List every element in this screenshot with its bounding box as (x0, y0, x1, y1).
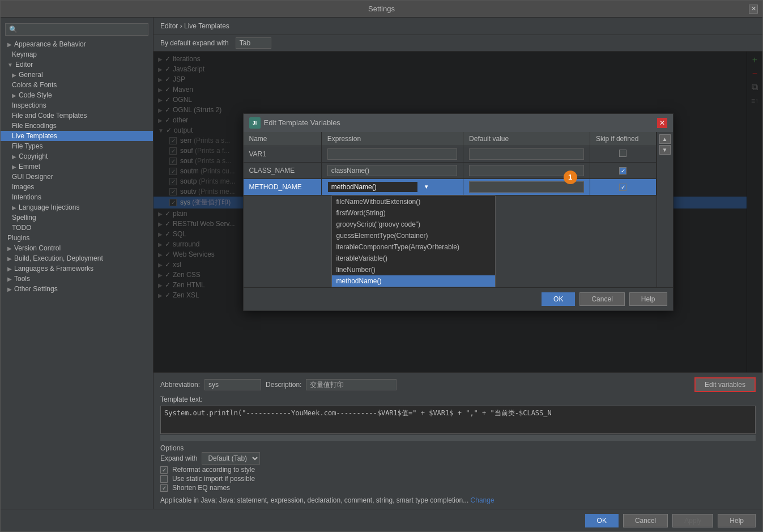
expression-dropdown-input[interactable] (327, 181, 418, 193)
dropdown-item[interactable]: methodName() (332, 275, 495, 287)
sidebar-item-plugins[interactable]: Plugins (1, 233, 153, 243)
change-link[interactable]: Change (471, 496, 495, 504)
arrow-icon: ▶ (7, 256, 12, 262)
dropdown-item[interactable]: fileNameWithoutExtension() (332, 196, 495, 207)
shorten-eq-checkbox[interactable] (160, 484, 168, 492)
var-expression[interactable] (321, 146, 463, 162)
sidebar-item-editor[interactable]: ▼ Editor (1, 59, 153, 70)
sidebar-item-label: Languages & Frameworks (14, 265, 93, 273)
apply-button[interactable]: Apply (672, 514, 713, 527)
static-import-checkbox[interactable] (160, 475, 168, 483)
modal-overlay: JI Edit Template Variables ✕ (154, 52, 762, 372)
dropdown-item[interactable]: firstWord(String) (332, 207, 495, 219)
sidebar-item-label: Tools (14, 275, 30, 283)
modal-icon: JI (249, 117, 261, 129)
sidebar-item-build[interactable]: ▶ Build, Execution, Deployment (1, 253, 153, 263)
var-name: VAR1 (244, 146, 322, 162)
expression-input[interactable] (327, 148, 457, 160)
scroll-down-button[interactable]: ▼ (659, 145, 671, 155)
modal-ok-button[interactable]: OK (542, 292, 575, 306)
ok-button[interactable]: OK (585, 514, 619, 527)
sidebar-item-label: General (19, 71, 43, 79)
sidebar-item-tools[interactable]: ▶ Tools (1, 274, 153, 284)
sidebar-item-copyright[interactable]: ▶ Copyright (1, 151, 153, 161)
skip-checkbox[interactable] (619, 167, 626, 175)
abbreviation-input[interactable] (204, 379, 261, 390)
expand-row: By default expand with Tab Enter Space (154, 35, 762, 52)
default-input[interactable] (469, 148, 584, 160)
horizontal-scrollbar[interactable] (160, 435, 756, 441)
sidebar-item-other-settings[interactable]: ▶ Other Settings (1, 284, 153, 294)
sidebar-item-intentions[interactable]: Intentions (1, 192, 153, 202)
modal-cancel-button[interactable]: Cancel (579, 292, 624, 306)
sidebar-item-label: Version Control (14, 244, 61, 252)
expression-input[interactable] (327, 165, 457, 176)
sidebar-item-appearance[interactable]: ▶ Appearance & Behavior (1, 39, 153, 49)
skip-checkbox[interactable] (619, 150, 626, 157)
sidebar-item-file-code-templates[interactable]: File and Code Templates (1, 110, 153, 121)
bottom-editor-section: Abbreviation: Description: Edit variable… (154, 372, 762, 509)
modal-close-button[interactable]: ✕ (657, 118, 667, 128)
sidebar-item-images[interactable]: Images (1, 182, 153, 192)
var-expression[interactable]: ▼ (321, 178, 463, 195)
modal-help-button[interactable]: Help (629, 292, 667, 306)
sidebar-item-label: Copyright (19, 152, 48, 160)
applicable-text: Applicable in Java; Java: statement, exp… (160, 496, 468, 504)
edit-template-variables-dialog: JI Edit Template Variables ✕ (243, 113, 674, 311)
var-default[interactable] (463, 146, 590, 162)
expression-dropdown-list: fileNameWithoutExtension() firstWord(Str… (331, 195, 496, 287)
sidebar-item-colors-fonts[interactable]: Colors & Fonts (1, 80, 153, 90)
sidebar-item-spelling[interactable]: Spelling (1, 212, 153, 223)
modal-content: Name Expression Default value Skip if de… (244, 132, 673, 287)
description-input[interactable] (306, 379, 397, 390)
table-row[interactable]: CLASS_NAME (244, 162, 657, 178)
edit-variables-button[interactable]: Edit variables (694, 377, 756, 392)
table-row[interactable]: METHOD_NAME ▼ (244, 178, 657, 195)
var-skip[interactable] (590, 146, 656, 162)
sidebar-item-live-templates[interactable]: Live Templates (1, 131, 153, 141)
scroll-up-button[interactable]: ▲ (659, 134, 671, 144)
dropdown-item[interactable]: guessElementType(Container) (332, 230, 495, 241)
expand-dropdown[interactable]: Tab Enter Space (236, 37, 271, 49)
sidebar-item-file-encodings[interactable]: File Encodings (1, 121, 153, 131)
sidebar-item-label: TODO (12, 224, 31, 232)
window-close-button[interactable]: ✕ (749, 5, 758, 14)
sidebar-item-version-control[interactable]: ▶ Version Control (1, 243, 153, 253)
dropdown-item[interactable]: iterableVariable() (332, 253, 495, 264)
sidebar-item-emmet[interactable]: ▶ Emmet (1, 161, 153, 172)
sidebar-item-gui-designer[interactable]: GUI Designer (1, 172, 153, 182)
cancel-button[interactable]: Cancel (623, 514, 668, 527)
var-expression[interactable]: 1 (321, 162, 463, 178)
dropdown-item[interactable]: iterableComponentType(ArrayOrIterable) (332, 241, 495, 253)
help-button[interactable]: Help (718, 514, 756, 527)
sidebar-item-label: Emmet (19, 163, 40, 171)
expression-dropdown-button[interactable]: ▼ (420, 182, 433, 191)
badge-1-container: 1 (564, 171, 577, 184)
sidebar-item-label: Code Style (19, 91, 52, 99)
shorten-eq-label: Shorten EQ names (172, 484, 230, 492)
dropdown-list-container: fileNameWithoutExtension() firstWord(Str… (244, 195, 657, 287)
sidebar-item-general[interactable]: ▶ General (1, 70, 153, 80)
sidebar-item-inspections[interactable]: Inspections (1, 100, 153, 110)
sidebar-item-file-types[interactable]: File Types (1, 141, 153, 151)
search-input[interactable] (5, 23, 148, 36)
expand-with-row: Expand with Default (Tab) Tab Enter (160, 452, 756, 465)
reformat-checkbox[interactable] (160, 466, 168, 474)
template-text-area[interactable] (160, 406, 756, 434)
sidebar-item-todo[interactable]: TODO (1, 223, 153, 233)
var-skip[interactable] (590, 178, 656, 195)
sidebar-item-languages-frameworks[interactable]: ▶ Languages & Frameworks (1, 263, 153, 274)
sidebar-item-keymap[interactable]: Keymap (1, 49, 153, 59)
sidebar-item-code-style[interactable]: ▶ Code Style (1, 90, 153, 100)
modal-titlebar: JI Edit Template Variables ✕ (244, 114, 673, 132)
dropdown-item[interactable]: groovyScript("groovy code") (332, 219, 495, 230)
table-row[interactable]: VAR1 (244, 146, 657, 162)
skip-checkbox[interactable] (619, 184, 626, 191)
sidebar-item-language-injections[interactable]: ▶ Language Injections (1, 202, 153, 212)
var-skip[interactable]: 2 (590, 162, 656, 178)
sidebar-item-label: Spelling (12, 214, 36, 222)
expand-with-select[interactable]: Default (Tab) Tab Enter (202, 452, 260, 465)
sidebar-item-label: Plugins (7, 234, 29, 242)
dropdown-item[interactable]: lineNumber() (332, 264, 495, 275)
sidebar-item-label: Keymap (12, 50, 37, 58)
